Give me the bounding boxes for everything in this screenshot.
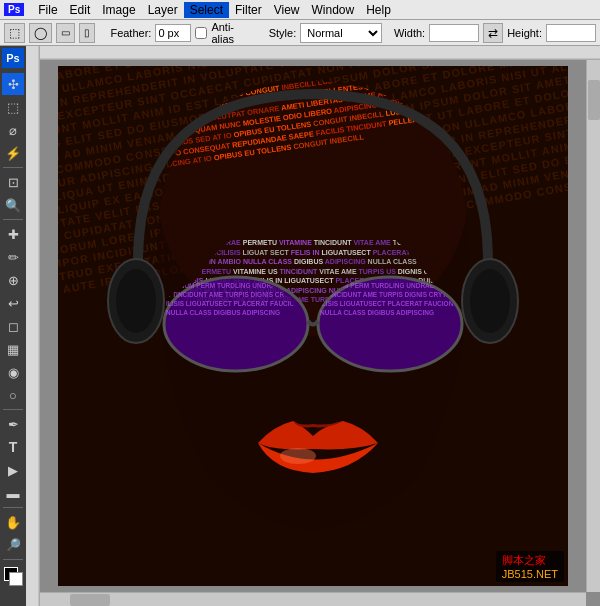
height-input[interactable]: [546, 24, 596, 42]
watermark-sub: JB515.NET: [502, 568, 558, 580]
svg-point-13: [280, 448, 316, 464]
move-tool[interactable]: ✣: [2, 73, 24, 95]
svg-point-17: [470, 269, 510, 333]
ellipse-marquee-btn[interactable]: ◯: [29, 23, 52, 43]
feather-input[interactable]: [155, 24, 191, 42]
fg-bg-colors[interactable]: [2, 565, 24, 587]
col-marquee-btn[interactable]: ▯: [79, 23, 95, 43]
menu-image[interactable]: Image: [96, 2, 141, 18]
text-tool[interactable]: T: [2, 436, 24, 458]
ps-logo: Ps: [4, 3, 24, 16]
clone-stamp-tool[interactable]: ⊕: [2, 269, 24, 291]
brush-tool[interactable]: ✏: [2, 246, 24, 268]
feather-label: Feather:: [110, 27, 151, 39]
path-select-tool[interactable]: ▶: [2, 459, 24, 481]
artwork-canvas: LOREM IPSUM DOLOR SIT AMET CONSECTETUR A…: [58, 66, 568, 586]
scrollbar-right[interactable]: [586, 60, 600, 592]
menu-select[interactable]: Select: [184, 2, 229, 18]
ruler-left: [26, 46, 40, 606]
canvas-area: LOREM IPSUM DOLOR SIT AMET CONSECTETUR A…: [26, 46, 600, 606]
style-label: Style:: [269, 27, 297, 39]
svg-point-15: [116, 269, 156, 333]
menu-layer[interactable]: Layer: [142, 2, 184, 18]
tool-divider-5: [3, 559, 23, 560]
portrait-svg: AT IO OPIBUS EU TOLLENS CONGUIT INBECILL…: [58, 66, 568, 586]
shape-tool[interactable]: ▬: [2, 482, 24, 504]
hand-tool[interactable]: ✋: [2, 511, 24, 533]
ps-toolbar-logo: Ps: [2, 48, 24, 68]
tool-divider-4: [3, 507, 23, 508]
menu-edit[interactable]: Edit: [64, 2, 97, 18]
ruler-top: [26, 46, 600, 60]
menu-view[interactable]: View: [268, 2, 306, 18]
antialias-checkbox[interactable]: [195, 27, 207, 39]
eraser-tool[interactable]: ◻: [2, 315, 24, 337]
marquee-tool[interactable]: ⬚: [2, 96, 24, 118]
antialias-label: Anti-alias: [211, 21, 253, 45]
tool-divider-3: [3, 409, 23, 410]
svg-rect-0: [26, 46, 600, 60]
row-marquee-btn[interactable]: ▭: [56, 23, 75, 43]
main-area: Ps ✣ ⬚ ⌀ ⚡ ⊡ 🔍 ✚ ✏ ⊕ ↩ ◻ ▦ ◉ ○ ✒ T ▶ ▬ ✋…: [0, 46, 600, 606]
history-brush-tool[interactable]: ↩: [2, 292, 24, 314]
style-select[interactable]: Normal Fixed Ratio Fixed Size: [300, 23, 382, 43]
menu-filter[interactable]: Filter: [229, 2, 268, 18]
menu-help[interactable]: Help: [360, 2, 397, 18]
tool-divider-2: [3, 219, 23, 220]
zoom-tool[interactable]: 🔎: [2, 534, 24, 556]
rect-marquee-btn[interactable]: ⬚: [4, 23, 25, 43]
width-input[interactable]: [429, 24, 479, 42]
toolbar: Ps ✣ ⬚ ⌀ ⚡ ⊡ 🔍 ✚ ✏ ⊕ ↩ ◻ ▦ ◉ ○ ✒ T ▶ ▬ ✋…: [0, 46, 26, 606]
watermark: 脚本之家 JB515.NET: [496, 551, 564, 582]
watermark-text: 脚本之家: [502, 554, 546, 566]
menubar: Ps File Edit Image Layer Select Filter V…: [0, 0, 600, 20]
healing-tool[interactable]: ✚: [2, 223, 24, 245]
blur-tool[interactable]: ◉: [2, 361, 24, 383]
svg-rect-2: [26, 46, 40, 606]
gradient-tool[interactable]: ▦: [2, 338, 24, 360]
options-bar: ⬚ ◯ ▭ ▯ Feather: Anti-alias Style: Norma…: [0, 20, 600, 46]
quick-select-tool[interactable]: ⚡: [2, 142, 24, 164]
tool-divider-1: [3, 167, 23, 168]
eyedropper-tool[interactable]: 🔍: [2, 194, 24, 216]
pen-tool[interactable]: ✒: [2, 413, 24, 435]
menu-window[interactable]: Window: [305, 2, 360, 18]
width-label: Width:: [394, 27, 425, 39]
crop-tool[interactable]: ⊡: [2, 171, 24, 193]
swap-dimensions-btn[interactable]: ⇄: [483, 23, 503, 43]
height-label: Height:: [507, 27, 542, 39]
lasso-tool[interactable]: ⌀: [2, 119, 24, 141]
scrollbar-bottom[interactable]: [40, 592, 586, 606]
menu-file[interactable]: File: [32, 2, 63, 18]
dodge-tool[interactable]: ○: [2, 384, 24, 406]
